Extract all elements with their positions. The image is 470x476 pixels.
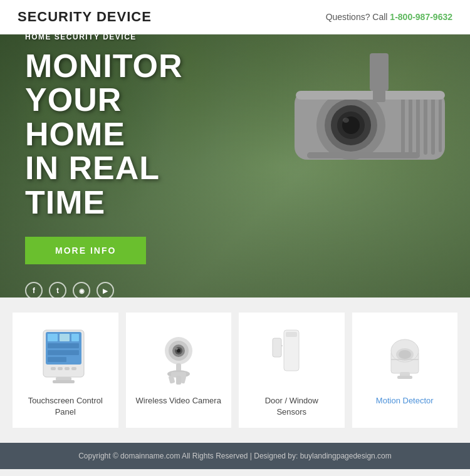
phone-number[interactable]: 1-800-987-9632	[390, 12, 452, 22]
svg-rect-27	[65, 367, 70, 370]
svg-rect-14	[296, 91, 445, 100]
svg-rect-9	[409, 96, 412, 155]
svg-rect-24	[48, 357, 66, 362]
site-title: SECURITY DEVICE	[18, 9, 152, 25]
contact-text: Questions? Call	[326, 12, 390, 22]
hero-heading-line1: MONITOR	[25, 49, 226, 83]
svg-point-7	[343, 118, 349, 123]
instagram-icon[interactable]: ◉	[73, 282, 90, 298]
hero-heading: MONITOR YOUR HOME IN REAL TIME	[25, 49, 226, 220]
svg-rect-45	[273, 338, 281, 357]
touchscreen-label: Touchscreen Control Panel	[23, 395, 108, 418]
motion-detector-icon-area	[380, 325, 430, 388]
svg-rect-28	[71, 367, 76, 370]
touchscreen-icon-area	[37, 325, 93, 388]
hero-heading-line3: IN REAL TIME	[25, 151, 226, 219]
door-sensor-label: Door / Window Sensors	[249, 395, 335, 418]
svg-point-36	[175, 348, 178, 349]
svg-rect-12	[431, 96, 435, 155]
svg-rect-8	[401, 96, 405, 155]
svg-rect-53	[397, 376, 412, 379]
svg-rect-13	[439, 98, 442, 152]
product-card-door-sensor: Door / Window Sensors	[239, 313, 345, 428]
hero-heading-line2: YOUR HOME	[25, 83, 226, 151]
svg-rect-16	[373, 90, 385, 102]
motion-detector-label: Motion Detector	[376, 395, 434, 406]
footer-text: Copyright © domainname.com All Rights Re…	[78, 452, 392, 460]
social-icons-row: f t ◉ ▶	[25, 282, 226, 298]
more-info-button[interactable]: MORE INFO	[25, 237, 146, 264]
svg-rect-25	[51, 367, 56, 370]
svg-rect-26	[58, 367, 63, 370]
svg-rect-11	[424, 96, 427, 155]
products-grid: Touchscreen Control Panel	[13, 313, 457, 428]
twitter-icon[interactable]: t	[49, 282, 66, 298]
svg-rect-42	[176, 376, 181, 385]
product-card-wireless-camera: Wireless Video Camera	[126, 313, 232, 428]
product-card-touchscreen: Touchscreen Control Panel	[13, 313, 118, 428]
svg-rect-22	[48, 343, 79, 348]
hero-subtitle: HOME SECURITY DEVICE	[25, 34, 226, 41]
camera-illustration	[244, 47, 470, 262]
svg-rect-21	[71, 334, 79, 341]
svg-rect-23	[48, 350, 79, 355]
svg-rect-15	[307, 152, 420, 158]
svg-point-50	[399, 350, 411, 359]
svg-rect-10	[416, 96, 420, 155]
wireless-camera-icon-area	[154, 325, 204, 388]
svg-rect-0	[370, 53, 389, 91]
products-section: Touchscreen Control Panel	[0, 298, 470, 443]
contact-info: Questions? Call 1-800-987-9632	[326, 12, 452, 22]
hero-content: HOME SECURITY DEVICE MONITOR YOUR HOME I…	[0, 34, 251, 298]
door-sensor-icon-area	[266, 325, 316, 388]
youtube-icon[interactable]: ▶	[97, 282, 114, 298]
svg-rect-44	[286, 332, 297, 337]
hero-section: HOME SECURITY DEVICE MONITOR YOUR HOME I…	[0, 34, 470, 298]
facebook-icon[interactable]: f	[25, 282, 43, 298]
site-header: SECURITY DEVICE Questions? Call 1-800-98…	[0, 0, 470, 34]
wireless-camera-label: Wireless Video Camera	[136, 395, 221, 406]
site-footer: Copyright © domainname.com All Rights Re…	[0, 443, 470, 469]
svg-rect-30	[53, 380, 75, 383]
svg-rect-20	[60, 334, 70, 341]
product-card-motion-detector: Motion Detector	[352, 313, 458, 428]
svg-rect-19	[48, 334, 58, 341]
